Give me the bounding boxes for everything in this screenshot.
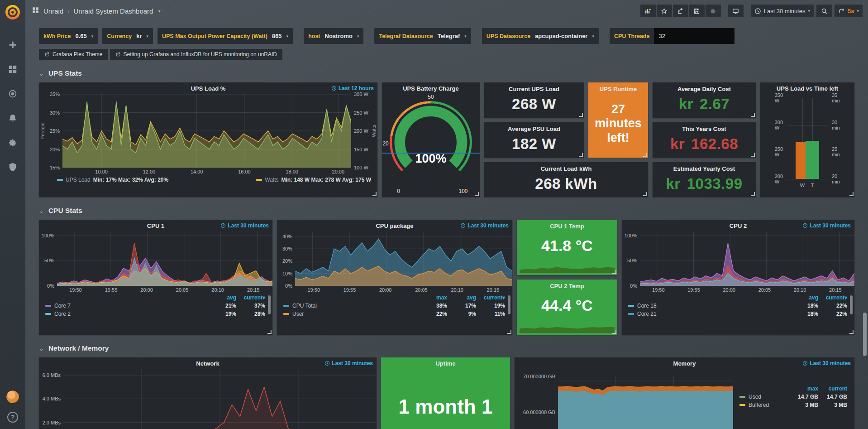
row-header-ups-stats[interactable]: ⌄ UPS Stats <box>39 67 854 79</box>
variable-kwh-price[interactable]: kWh Price0.65▾ <box>39 28 98 44</box>
breadcrumb-app[interactable]: Unraid <box>43 7 63 15</box>
link-grafana-plex-theme[interactable]: Grafana Plex Theme <box>39 49 108 60</box>
legend-series-label[interactable]: CPU Total <box>283 303 418 309</box>
legend-column-header[interactable]: current▾ <box>476 294 505 301</box>
panel-title[interactable]: UPS Battery Charge <box>403 85 459 92</box>
panel-actions-group <box>640 5 721 17</box>
panel-time-override[interactable]: Last 12 hours <box>331 85 374 92</box>
panel-title[interactable]: CPU package <box>376 222 413 229</box>
variable-currency[interactable]: Currencykr▾ <box>102 28 153 44</box>
panel-time-override[interactable]: Last 30 minutes <box>324 360 373 366</box>
axis-tick-label: 250 W <box>775 146 783 157</box>
row-header-cpu-stats[interactable]: ⌄ CPU Stats <box>39 205 854 217</box>
legend-series-label[interactable]: Core 18 <box>628 303 789 309</box>
legend-column-header[interactable]: max <box>789 386 818 392</box>
legend-series-label[interactable]: Buffered <box>739 402 789 408</box>
panel-title[interactable]: UPS Load vs Time left <box>777 85 838 92</box>
variable-telegraf-datasource[interactable]: Telegraf DatasourceTelegraf▾ <box>374 28 471 44</box>
legend-column-header[interactable]: current▾ <box>236 294 265 301</box>
cpu-threads-input[interactable] <box>654 28 734 44</box>
explore-icon[interactable] <box>7 88 19 100</box>
panel-time-override[interactable]: Last 30 minutes <box>802 360 851 366</box>
share-button[interactable] <box>673 5 688 17</box>
bar-T[interactable] <box>806 141 819 179</box>
row-header-network-memory[interactable]: ⌄ Network / Memory <box>39 342 854 354</box>
memory-chart[interactable] <box>558 376 733 429</box>
battery-gauge-chart[interactable]: 100% 02050100 <box>382 94 480 197</box>
legend-series-label[interactable]: Core 7 <box>45 303 207 309</box>
series-swatch <box>283 305 289 307</box>
panel-title[interactable]: UPS Load % <box>191 85 226 92</box>
axis-tick-label: 30% <box>50 110 60 116</box>
panel-title[interactable]: Estimated Yearly Cost <box>673 165 735 172</box>
cpu-package-chart[interactable] <box>295 231 512 286</box>
dashboards-icon[interactable] <box>7 63 19 75</box>
panel-title[interactable]: Network <box>196 360 219 367</box>
panel-title[interactable]: CPU 1 Temp <box>550 223 584 230</box>
panel-title[interactable]: CPU 1 <box>147 222 164 229</box>
zoom-out-button[interactable] <box>816 5 832 17</box>
cpu-package-legend: maxavgcurrent▾CPU Total38%17%19%User22%9… <box>277 294 512 317</box>
panel-title[interactable]: Average Daily Cost <box>677 86 731 92</box>
variable-host[interactable]: hostNostromo▾ <box>304 28 363 44</box>
legend-series-label[interactable]: Core 2 <box>45 311 207 317</box>
stat-value: 27 minutes left! <box>588 94 648 158</box>
legend-column-header[interactable]: avg <box>207 294 236 301</box>
ups-vs-time-bar-chart[interactable]: 350 W300 W250 W200 W35 min30 min25 min20… <box>787 98 828 179</box>
variable-ups-datasource[interactable]: UPS Datasourceapcupsd-container▾ <box>482 28 599 44</box>
dashboard-settings-button[interactable] <box>706 5 721 17</box>
legend-series-label[interactable]: User <box>283 311 418 317</box>
legend-scrollbar[interactable] <box>268 295 271 314</box>
legend-column-header[interactable]: avg <box>447 294 476 301</box>
link-ups-monitoring-guide[interactable]: Setting up Grafana and InfluxDB for UPS … <box>110 49 283 60</box>
legend-scrollbar[interactable] <box>508 295 510 314</box>
axis-tick-label: 10:00 <box>95 169 108 174</box>
user-avatar[interactable] <box>6 390 19 404</box>
apps-grid-icon[interactable] <box>32 6 39 15</box>
dashboard-caret-icon[interactable]: ▾ <box>158 9 160 14</box>
help-icon[interactable]: ? <box>7 412 18 423</box>
add-panel-button[interactable] <box>640 5 656 17</box>
cpu1-chart[interactable] <box>57 231 272 286</box>
legend-item[interactable]: UPS LoadMin: 17% Max: 32% Avg: 20% <box>57 177 168 183</box>
save-button[interactable] <box>689 5 705 17</box>
panel-title[interactable]: Uptime <box>435 360 455 367</box>
star-button[interactable] <box>657 5 672 17</box>
grafana-logo-icon[interactable] <box>4 4 21 21</box>
panel-title[interactable]: Average PSU Load <box>508 125 560 132</box>
add-icon[interactable] <box>7 39 19 51</box>
network-chart[interactable] <box>63 369 377 429</box>
axis-tick-label: 70.000000 GB <box>523 374 555 379</box>
legend-scrollbar[interactable] <box>850 295 853 314</box>
variable-ups-max-power[interactable]: UPS Max Output Power Capacity (Watt)865▾ <box>157 28 293 44</box>
legend-item[interactable]: WattsMin: 148 W Max: 278 W Avg: 175 W <box>256 177 371 183</box>
panel-title[interactable]: UPS Runtime <box>600 86 637 92</box>
axis-tick-label: 20% <box>50 147 60 152</box>
panel-time-override[interactable]: Last 30 minutes <box>220 222 269 229</box>
legend-column-header[interactable]: current▾ <box>818 294 847 301</box>
panel-title[interactable]: Memory <box>673 360 696 367</box>
legend-column-header[interactable]: max <box>418 294 447 301</box>
shield-icon[interactable] <box>7 161 19 173</box>
axis-tick-label: 2.0 MBs <box>43 420 61 425</box>
panel-time-override[interactable]: Last 30 minutes <box>460 222 509 229</box>
settings-gear-icon[interactable] <box>7 137 19 149</box>
panel-title[interactable]: CPU 2 <box>730 222 747 229</box>
page-scrollbar[interactable] <box>863 313 867 356</box>
dashboard-title[interactable]: Unraid System Dashboard <box>74 7 153 15</box>
panel-title[interactable]: Current UPS Load <box>509 86 559 92</box>
panel-title[interactable]: Current Load kWh <box>541 165 592 172</box>
time-range-picker[interactable]: Last 30 minutes ▾ <box>751 5 814 17</box>
alerting-bell-icon[interactable] <box>7 112 19 124</box>
legend-column-header[interactable]: avg <box>789 294 818 301</box>
refresh-button[interactable]: 5s ▾ <box>835 5 863 17</box>
legend-series-label[interactable]: Used <box>739 394 789 400</box>
panel-title[interactable]: CPU 2 Temp <box>550 283 584 289</box>
cpu2-chart[interactable] <box>640 231 854 286</box>
tv-mode-button[interactable] <box>728 5 744 17</box>
panel-title[interactable]: This Years Cost <box>682 125 726 132</box>
panel-time-override[interactable]: Last 30 minutes <box>802 222 851 229</box>
legend-column-header[interactable]: current <box>818 386 847 392</box>
legend-series-label[interactable]: Core 21 <box>628 311 789 317</box>
ups-load-chart[interactable] <box>62 94 351 168</box>
